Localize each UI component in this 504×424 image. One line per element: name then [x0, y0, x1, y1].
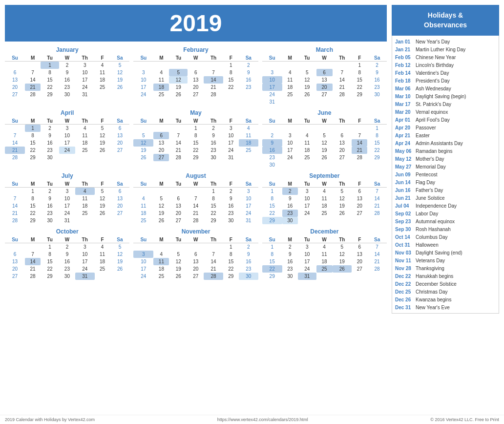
holiday-item: Jun 16Father's Day: [395, 186, 496, 194]
holiday-item: Feb 05Chinese New Year: [395, 53, 496, 61]
holiday-name: Hanukkah begins: [416, 273, 453, 279]
month-table-august: SuMTuWThFSa 123 45678910 11121314151617: [133, 181, 258, 224]
month-title-july: July: [5, 172, 129, 179]
holiday-item: Nov 28Thanksgiving: [395, 264, 496, 272]
month-title-february: February: [133, 46, 258, 53]
holiday-date: Dec 25: [395, 289, 414, 295]
holiday-item: Jun 14Flag Day: [395, 178, 496, 186]
holiday-item: May 12Mother's Day: [395, 155, 496, 163]
holiday-item: Sep 02Labor Day: [395, 210, 496, 217]
holiday-name: Easter: [416, 132, 430, 139]
month-february: February SuMTuWThFSa 12 3456789 1011121: [133, 46, 258, 106]
month-december: December SuMTuWThFSa 1234567 89101112131…: [262, 228, 387, 280]
holiday-item: Mar 17St. Patrick's Day: [395, 100, 496, 108]
holiday-name: President's Day: [416, 78, 450, 84]
holiday-date: Nov 11: [395, 257, 414, 264]
holiday-name: Christmas Day: [416, 289, 448, 295]
holiday-item: Oct 14Columbus Day: [395, 233, 496, 241]
holiday-name: Kwanzaa begins: [416, 297, 451, 303]
holiday-date: Feb 05: [395, 54, 414, 61]
month-title-march: March: [262, 46, 387, 53]
month-january: January SuMTuWThFSa 12345 6789101112 13: [5, 46, 129, 106]
month-table-november: SuMTuWThFSa 12 3456789 10111213141516: [133, 236, 258, 280]
holiday-date: Jun 14: [395, 179, 414, 186]
month-title-october: October: [5, 228, 129, 235]
holiday-item: May 27Memorial Day: [395, 163, 496, 170]
holiday-name: Flag Day: [416, 179, 435, 186]
holiday-name: Memorial Day: [416, 164, 446, 170]
holiday-item: May 06Ramadan begins: [395, 147, 496, 155]
holiday-name: Lincoln's Birthday: [416, 62, 454, 68]
months-grid: January SuMTuWThFSa 12345 6789101112 13: [5, 46, 387, 280]
holiday-name: New Year's Eve: [416, 304, 450, 311]
month-june: June SuMTuWThFSa 1 2345678 910111213141: [262, 109, 387, 169]
holiday-date: Jun 16: [395, 187, 414, 193]
holiday-name: Martin Luther King Day: [416, 46, 465, 53]
holiday-date: Jun 21: [395, 195, 414, 201]
holiday-item: Apr 21Easter: [395, 131, 496, 139]
holiday-date: Apr 01: [395, 117, 414, 123]
month-may: May SuMTuWThFSa 1234 567891011 12131415: [133, 109, 258, 169]
month-title-december: December: [262, 228, 387, 235]
holiday-name: Ash Wednesday: [416, 85, 451, 92]
holiday-date: Feb 14: [395, 70, 414, 76]
month-table-december: SuMTuWThFSa 1234567 891011121314 1516171…: [262, 236, 387, 280]
holiday-name: Mother's Day: [416, 156, 444, 162]
holiday-name: Veterans Day: [416, 257, 445, 264]
month-table-september: SuMTuWThFSa 1234567 891011121314 1516171…: [262, 181, 387, 224]
holiday-item: Feb 12Lincoln's Birthday: [395, 61, 496, 69]
footer-left: 2019 Calendar with Holidays by Vertex42.…: [5, 417, 95, 422]
holiday-name: Father's Day: [416, 187, 443, 193]
month-august: August SuMTuWThFSa 123 45678910 1112131: [133, 172, 258, 224]
holiday-name: Independence Day: [416, 203, 457, 209]
holiday-name: Columbus Day: [416, 234, 448, 240]
holiday-item: Dec 31New Year's Eve: [395, 303, 496, 311]
holiday-item: Feb 14Valentine's Day: [395, 69, 496, 77]
holiday-date: Jun 09: [395, 171, 414, 178]
holiday-date: Mar 06: [395, 85, 414, 92]
holiday-name: St. Patrick's Day: [416, 101, 451, 107]
month-november: November SuMTuWThFSa 12 3456789 1011121: [133, 228, 258, 280]
main-container: 2019 January SuMTuWThFSa 12345 678910111…: [0, 0, 504, 415]
month-table-may: SuMTuWThFSa 1234 567891011 1213141516171…: [133, 118, 258, 161]
holiday-date: Apr 21: [395, 132, 414, 139]
holiday-date: Sep 02: [395, 211, 414, 217]
holiday-item: Feb 18President's Day: [395, 77, 496, 85]
holiday-date: May 06: [395, 148, 414, 154]
month-april: April SuMTuWThFSa 123456 78910111213 14: [5, 109, 129, 169]
holiday-item: Apr 24Admin Assistants Day: [395, 139, 496, 147]
holiday-name: Thanksgiving: [416, 265, 444, 272]
year-title: 2019: [170, 10, 222, 36]
holiday-date: Mar 20: [395, 109, 414, 115]
holiday-date: Dec 22: [395, 273, 414, 279]
month-july: July SuMTuWThFSa 123456 78910111213 141: [5, 172, 129, 224]
holidays-list: Jan 01New Year's DayJan 21Martin Luther …: [392, 36, 499, 314]
holiday-date: Mar 10: [395, 93, 414, 100]
holiday-item: Dec 22Hanukkah begins: [395, 272, 496, 280]
holiday-name: Rosh Hashanah: [416, 226, 451, 233]
holiday-date: Dec 26: [395, 297, 414, 303]
holiday-date: Feb 18: [395, 78, 414, 84]
holiday-item: Jul 04Independence Day: [395, 202, 496, 210]
holiday-name: Admin Assistants Day: [416, 140, 463, 147]
holiday-date: Jul 04: [395, 203, 414, 209]
holiday-item: Mar 20Vernal equinox: [395, 108, 496, 116]
holiday-date: Oct 31: [395, 242, 414, 248]
month-table-february: SuMTuWThFSa 12 3456789 10111213141516: [133, 55, 258, 98]
holiday-date: Sep 23: [395, 218, 414, 225]
month-title-august: August: [133, 172, 258, 179]
holiday-name: Labor Day: [416, 211, 438, 217]
month-table-april: SuMTuWThFSa 123456 78910111213 141516171…: [5, 118, 129, 161]
footer-center: https://www.vertex42.com/calendars/2019.…: [217, 417, 308, 422]
holiday-item: Mar 10Daylight Saving (begin): [395, 92, 496, 100]
holiday-item: Jan 01New Year's Day: [395, 38, 496, 45]
holiday-date: Oct 14: [395, 234, 414, 240]
holiday-name: April Fool's Day: [416, 117, 450, 123]
holiday-date: Nov 03: [395, 250, 414, 256]
holiday-name: June Solstice: [416, 195, 444, 201]
month-title-june: June: [262, 109, 387, 116]
month-title-january: January: [5, 46, 129, 53]
month-title-september: September: [262, 172, 387, 179]
month-title-april: April: [5, 109, 129, 116]
holiday-date: Dec 31: [395, 304, 414, 311]
